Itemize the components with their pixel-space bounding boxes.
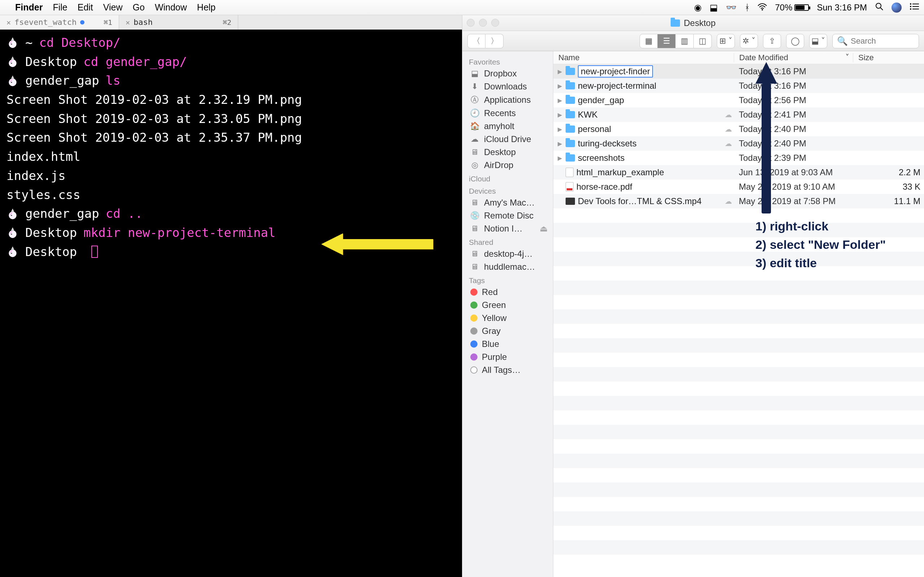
tag-label: Gray	[482, 326, 501, 336]
svg-point-13	[9, 60, 16, 67]
svg-point-23	[11, 234, 12, 235]
sidebar-tag-red[interactable]: Red	[462, 285, 553, 298]
nav-forward-button[interactable]: 〉	[485, 34, 504, 48]
sidebar-tag-yellow[interactable]: Yellow	[462, 311, 553, 324]
empty-row	[553, 482, 924, 497]
sidebar-item-applications[interactable]: ⒶApplications	[462, 93, 553, 107]
sidebar-device[interactable]: 🖥Amy's Mac…	[462, 196, 553, 209]
svg-marker-21	[11, 227, 15, 230]
tag-label: All Tags…	[482, 365, 521, 375]
menu-help[interactable]: Help	[197, 2, 215, 13]
file-date: Today at 2:40 PM	[734, 139, 853, 148]
file-row[interactable]: ▶KWK☁︎ Today at 2:41 PM	[553, 108, 924, 122]
close-icon[interactable]: ✕	[126, 17, 130, 28]
action-menu-button[interactable]: ✲ ˅	[740, 34, 758, 48]
cloud-download-icon[interactable]: ☁︎	[723, 125, 734, 134]
svg-marker-9	[11, 37, 15, 40]
close-icon[interactable]: ✕	[6, 17, 11, 28]
menu-view[interactable]: View	[103, 2, 123, 13]
view-columns-button[interactable]: ▥	[676, 34, 694, 48]
terminal-tab-fsevent[interactable]: ✕ fsevent_watch ⌘1	[0, 15, 119, 29]
file-row[interactable]: ▶turing-decksets☁︎ Today at 2:40 PM	[553, 136, 924, 151]
sidebar-device[interactable]: 🖥Notion I…⏏	[462, 222, 553, 235]
view-gallery-button[interactable]: ◫	[694, 34, 712, 48]
sidebar-tag-all[interactable]: All Tags…	[462, 364, 553, 377]
sidebar-icon: ☁︎	[470, 134, 480, 144]
finder-search[interactable]: 🔍	[832, 34, 919, 48]
spotlight-icon[interactable]	[875, 2, 884, 13]
menu-edit[interactable]: Edit	[78, 2, 93, 13]
sidebar-shared[interactable]: 🖥huddlemac…	[462, 260, 553, 273]
sidebar-item-amyholt[interactable]: 🏠amyholt	[462, 120, 553, 133]
col-size[interactable]: Size	[853, 53, 924, 62]
disclosure-triangle-icon[interactable]: ▶	[557, 140, 563, 147]
record-icon[interactable]: ◉	[694, 3, 702, 13]
terminal-tab-bash[interactable]: ✕ bash ⌘2	[119, 15, 238, 29]
notification-center-icon[interactable]	[909, 3, 919, 13]
dropbox-button[interactable]: ⬓ ˅	[809, 34, 827, 48]
file-row[interactable]: ▶gender_gap Today at 2:56 PM	[553, 93, 924, 108]
svg-point-5	[910, 6, 911, 7]
file-row[interactable]: ▶new-project-terminal Today at 3:16 PM	[553, 79, 924, 93]
disclosure-triangle-icon[interactable]: ▶	[557, 126, 563, 133]
file-row[interactable]: ▶new-project-finder Today at 3:16 PM	[553, 64, 924, 79]
empty-row	[553, 425, 924, 439]
sidebar-device[interactable]: 💿Remote Disc	[462, 209, 553, 222]
disclosure-triangle-icon[interactable]: ▶	[557, 111, 563, 118]
file-date: Today at 2:41 PM	[734, 110, 853, 120]
sidebar-tag-green[interactable]: Green	[462, 298, 553, 311]
sidebar-item-icloud drive[interactable]: ☁︎iCloud Drive	[462, 133, 553, 146]
cloud-download-icon[interactable]: ☁︎	[723, 197, 734, 206]
terminal-body[interactable]: ~ cd Desktop/ Desktop cd gender_gap/ gen…	[0, 29, 462, 261]
battery-status[interactable]: 70%	[775, 3, 809, 13]
view-list-button[interactable]: ☰	[657, 34, 676, 48]
cloud-download-icon[interactable]: ☁︎	[723, 110, 734, 119]
sidebar-tag-gray[interactable]: Gray	[462, 324, 553, 338]
sidebar-item-downloads[interactable]: ⬇︎Downloads	[462, 80, 553, 93]
glasses-icon[interactable]: 👓	[726, 3, 737, 13]
nav-back-button[interactable]: 〈	[467, 34, 485, 48]
sidebar-tag-purple[interactable]: Purple	[462, 351, 553, 364]
bluetooth-icon[interactable]: ᚼ	[745, 3, 750, 13]
clock[interactable]: Sun 3:16 PM	[817, 3, 867, 13]
siri-icon[interactable]	[892, 3, 901, 13]
sidebar-tag-blue[interactable]: Blue	[462, 338, 553, 351]
svg-rect-4	[913, 3, 919, 4]
rename-input[interactable]: new-project-finder	[578, 65, 653, 77]
terminal-window: ✕ fsevent_watch ⌘1 ✕ bash ⌘2 ~ cd Deskto…	[0, 15, 462, 577]
menu-window[interactable]: Window	[155, 2, 187, 13]
share-button[interactable]: ⇪	[763, 34, 781, 48]
dropbox-icon[interactable]: ⬓	[709, 3, 718, 13]
tag-label: Red	[482, 287, 498, 297]
view-icons-button[interactable]: ▦	[640, 34, 657, 48]
col-name[interactable]: Name	[553, 53, 734, 62]
col-date[interactable]: Date Modified˅	[734, 53, 853, 62]
file-row[interactable]: Dev Tools for…TML & CSS.mp4☁︎ May 21, 20…	[553, 194, 924, 208]
sidebar-item-dropbox[interactable]: ⬓Dropbox	[462, 67, 553, 80]
annotation-navy-arrow	[756, 62, 777, 213]
file-row[interactable]: horse-race.pdf May 26, 2019 at 9:10 AM 3…	[553, 180, 924, 194]
wifi-icon[interactable]	[758, 3, 767, 13]
file-row[interactable]: ▶personal☁︎ Today at 2:40 PM	[553, 122, 924, 136]
disclosure-triangle-icon[interactable]: ▶	[557, 68, 563, 75]
disclosure-triangle-icon[interactable]: ▶	[557, 155, 563, 161]
file-row[interactable]: html_markup_example Jun 13, 2019 at 9:03…	[553, 165, 924, 180]
group-by-button[interactable]: ⊞ ˅	[717, 34, 735, 48]
file-row[interactable]: ▶screenshots Today at 2:39 PM	[553, 151, 924, 165]
svg-point-20	[11, 214, 12, 216]
cloud-download-icon[interactable]: ☁︎	[723, 139, 734, 148]
sidebar-shared[interactable]: 🖥desktop-4j…	[462, 247, 553, 260]
sidebar-item-airdrop[interactable]: ◎AirDrop	[462, 159, 553, 172]
disclosure-triangle-icon[interactable]: ▶	[557, 97, 563, 104]
app-name[interactable]: Finder	[15, 2, 43, 13]
sidebar-item-label: Amy's Mac…	[484, 198, 535, 208]
tags-button[interactable]: ◯	[786, 34, 804, 48]
menu-file[interactable]: File	[53, 2, 67, 13]
disclosure-triangle-icon[interactable]: ▶	[557, 82, 563, 89]
window-controls[interactable]	[467, 19, 499, 27]
sidebar-item-desktop[interactable]: 🖥Desktop	[462, 146, 553, 159]
search-icon: 🔍	[837, 36, 848, 46]
menu-go[interactable]: Go	[133, 2, 145, 13]
search-input[interactable]	[851, 36, 914, 46]
sidebar-item-recents[interactable]: 🕘Recents	[462, 107, 553, 120]
